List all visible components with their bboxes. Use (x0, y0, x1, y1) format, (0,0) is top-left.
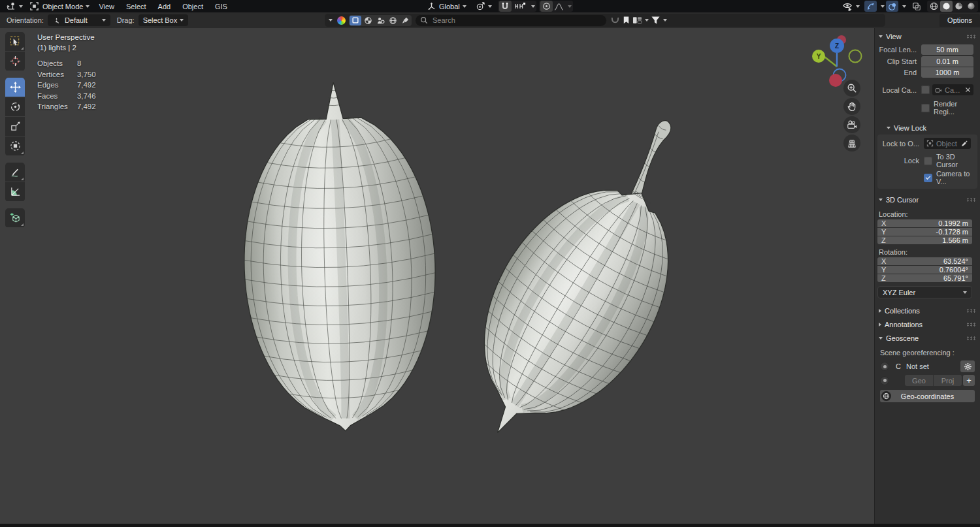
search-input[interactable] (431, 16, 602, 25)
falloff-curve-button[interactable] (553, 1, 565, 12)
menu-add[interactable]: Add (152, 1, 177, 12)
pan-button[interactable] (843, 98, 860, 115)
panel-grip-icon[interactable] (966, 35, 976, 39)
clear-x-icon[interactable] (965, 87, 971, 93)
panel-grip-icon[interactable] (966, 323, 976, 327)
options-button[interactable]: Options (939, 14, 980, 27)
show-overlays-toggle[interactable] (886, 1, 898, 12)
cursor-location-x[interactable]: X0.1992 m (877, 219, 972, 227)
panel-header-geoscene[interactable]: Geoscene (875, 331, 980, 345)
cursor-rotation-x[interactable]: X63.524° (877, 257, 972, 265)
cursor-rotation-y[interactable]: Y0.76004° (877, 266, 972, 274)
transform-tool[interactable] (5, 136, 25, 155)
show-gizmo-toggle[interactable] (864, 1, 877, 12)
add-crs-button[interactable]: + (963, 375, 975, 386)
zoom-button[interactable] (843, 80, 860, 97)
shading-rendered-button[interactable] (965, 1, 977, 12)
local-camera-checkbox[interactable] (921, 86, 930, 94)
render-region-checkbox[interactable] (921, 104, 930, 112)
axis-x-ball[interactable] (829, 74, 842, 87)
object-mode-dropdown[interactable]: Object Mode (26, 1, 93, 12)
collapse-chevron-icon[interactable] (329, 19, 333, 22)
chevron-down-icon[interactable] (531, 5, 535, 8)
scale-tool[interactable] (5, 117, 25, 136)
measure-tool[interactable] (5, 182, 25, 201)
visibility-dropdown[interactable] (839, 1, 863, 12)
panel-header-collections[interactable]: Collections (875, 304, 980, 317)
asset-type-scenes-button[interactable] (374, 16, 386, 25)
viewport-controls (843, 80, 860, 152)
to-3d-cursor-checkbox[interactable] (924, 157, 932, 165)
chevron-down-icon[interactable] (568, 5, 572, 8)
cursor-rotation-z[interactable]: Z65.791° (877, 274, 972, 282)
crs-radio[interactable] (880, 362, 889, 371)
cursor-location-y[interactable]: Y-0.1728 m (877, 228, 972, 236)
focal-length-field[interactable]: 50 mm (921, 44, 973, 55)
display-settings-dropdown[interactable] (632, 16, 649, 25)
chevron-down-icon[interactable] (881, 5, 885, 8)
asset-type-hdr-button[interactable] (387, 16, 399, 25)
xray-toggle[interactable] (910, 1, 923, 12)
lock-to-object-label: Lock to O... (877, 140, 924, 148)
proportional-edit-button[interactable] (540, 1, 553, 12)
crs-settings-button[interactable] (960, 360, 975, 372)
mesh-pod-right[interactable] (431, 89, 747, 473)
menu-gis[interactable]: GIS (209, 1, 233, 12)
scene-canvas[interactable] (0, 28, 874, 524)
heart-icon[interactable] (610, 16, 620, 25)
local-camera-field[interactable]: Ca... (932, 84, 973, 95)
select-cursor-icon (10, 36, 21, 47)
toggle-ortho-button[interactable] (843, 135, 860, 152)
cursor-tool[interactable] (5, 52, 25, 71)
bookmark-icon[interactable] (622, 16, 630, 25)
proj-radio[interactable] (880, 376, 889, 385)
transform-orientation-dropdown[interactable]: Global (423, 1, 470, 12)
select-box-tool[interactable] (5, 32, 25, 51)
snap-toggle-button[interactable] (499, 1, 512, 12)
annotate-tool[interactable] (5, 163, 25, 182)
camera-to-view-checkbox[interactable] (924, 174, 932, 182)
chevron-down-icon[interactable] (902, 5, 906, 8)
panel-grip-icon[interactable] (966, 336, 976, 340)
mesh-pod-left[interactable] (238, 79, 440, 434)
cursor-location-z[interactable]: Z1.566 m (877, 236, 972, 244)
xray-icon (912, 2, 921, 11)
panel-header-view[interactable]: View (875, 29, 980, 43)
clip-end-field[interactable]: 1000 m (921, 67, 973, 78)
drag-mode-dropdown[interactable]: Select Box (139, 14, 189, 26)
rotate-tool[interactable] (5, 97, 25, 116)
filter-dropdown[interactable] (651, 16, 667, 25)
eyedropper-icon[interactable] (961, 140, 968, 147)
shading-material-button[interactable] (953, 1, 965, 12)
panel-header-3d-cursor[interactable]: 3D Cursor (875, 193, 980, 206)
menu-select[interactable]: Select (120, 1, 152, 12)
pivot-point-dropdown[interactable] (472, 1, 495, 12)
proj-button[interactable]: Proj (934, 375, 962, 386)
axis-y-neg-ring[interactable] (849, 50, 862, 63)
camera-view-button[interactable] (843, 116, 860, 133)
panel-header-view-lock[interactable]: View Lock (875, 121, 980, 135)
viewport-3d[interactable]: User Perspective (1) lights | 2 Objects8… (0, 28, 874, 524)
blenderkit-logo-icon[interactable] (337, 16, 346, 25)
geo-coordinates-button[interactable]: Geo-coordinates (880, 390, 975, 402)
shading-wireframe-button[interactable] (928, 1, 940, 12)
rotation-mode-dropdown[interactable]: XYZ Euler (877, 286, 972, 298)
snap-target-button[interactable] (512, 1, 529, 12)
panel-header-annotations[interactable]: Annotations (875, 317, 980, 331)
panel-grip-icon[interactable] (966, 198, 976, 202)
editor-type-selector[interactable] (3, 1, 26, 12)
asset-type-brushes-button[interactable] (399, 16, 411, 25)
clip-start-field[interactable]: 0.01 m (921, 56, 973, 67)
asset-type-models-button[interactable] (350, 16, 361, 25)
menu-view[interactable]: View (93, 1, 120, 12)
add-cube-tool[interactable] (5, 208, 25, 227)
lock-to-object-field[interactable]: Object (924, 138, 971, 149)
search-field[interactable] (416, 15, 606, 26)
orientation-default-dropdown[interactable]: Default (48, 14, 110, 26)
asset-type-materials-button[interactable] (362, 16, 374, 25)
move-tool[interactable] (5, 78, 25, 97)
shading-solid-button[interactable] (940, 1, 953, 12)
panel-grip-icon[interactable] (966, 309, 976, 313)
menu-object[interactable]: Object (176, 1, 209, 12)
geo-button[interactable]: Geo (905, 375, 933, 386)
